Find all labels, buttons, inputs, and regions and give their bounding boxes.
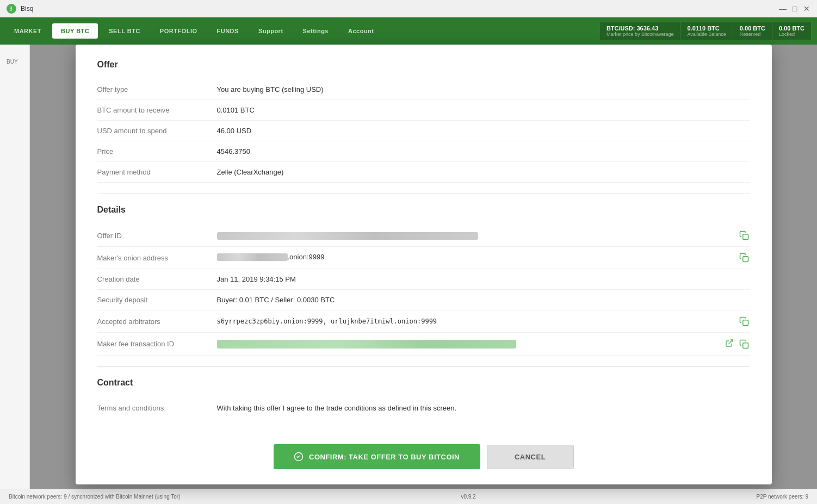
maker-fee-tx-actions (724, 338, 750, 350)
offer-id-label: Offer ID (97, 232, 217, 240)
offer-type-row: Offer type You are buying BTC (selling U… (97, 79, 750, 100)
accepted-arbitrators-label: Accepted arbitrators (97, 318, 217, 326)
title-bar: Bisq — □ ✕ (0, 0, 817, 17)
makers-onion-row: Maker's onion address .onion:9999 (97, 247, 750, 269)
maker-fee-tx-copy-button[interactable] (738, 338, 750, 350)
nav-account[interactable]: Account (339, 23, 383, 39)
nav-stat-locked: 0.00 BTC Locked (772, 22, 812, 40)
nav-funds[interactable]: FUNDS (208, 23, 247, 39)
status-left: Bitcoin network peers: 9 / synchronized … (9, 494, 181, 500)
app-logo (7, 4, 16, 14)
modal-dialog: Offer Offer type You are buying BTC (sel… (76, 45, 772, 484)
payment-method-label: Payment method (97, 168, 217, 176)
section-divider-1 (97, 194, 750, 194)
nav-stat-reserved: 0.00 BTC Reserved (733, 22, 772, 40)
offer-id-blurred (217, 232, 478, 240)
accepted-arbitrators-value: s6yrrpezc3zp6biy.onion:9999, urlujknbe7i… (217, 318, 738, 325)
usd-amount-value: 46.00 USD (217, 127, 750, 135)
modal-overlay: Offer Offer type You are buying BTC (sel… (30, 45, 817, 489)
btc-amount-value: 0.0101 BTC (217, 106, 750, 114)
cancel-button[interactable]: CANCEL (487, 445, 574, 469)
nav-stat-available: 0.0110 BTC Available Balance (680, 22, 733, 40)
svg-rect-5 (742, 343, 748, 348)
details-section-title: Details (97, 205, 750, 215)
status-bar: Bitcoin network peers: 9 / synchronized … (0, 489, 817, 504)
nav-support[interactable]: Support (250, 23, 292, 39)
minimize-button[interactable]: — (779, 5, 787, 13)
content-area: Offer Offer type You are buying BTC (sel… (30, 45, 817, 489)
security-deposit-row: Security deposit Buyer: 0.01 BTC / Selle… (97, 290, 750, 310)
maker-fee-tx-value (217, 339, 724, 349)
modal-body: Offer Offer type You are buying BTC (sel… (76, 45, 772, 433)
confirm-button-label: CONFIRM: TAKE OFFER TO BUY BITCOIN (309, 453, 460, 461)
maker-fee-tx-row: Maker fee transaction ID (97, 333, 750, 356)
nav-stat-price: BTC/USD: 3636.43 Market price by Bitcoin… (600, 22, 681, 40)
makers-onion-value: .onion:9999 (217, 253, 738, 263)
makers-onion-copy-button[interactable] (738, 252, 750, 264)
nav-settings[interactable]: Settings (294, 23, 337, 39)
accepted-arbitrators-actions (738, 315, 750, 327)
section-divider-2 (97, 366, 750, 367)
terms-label: Terms and conditions (97, 404, 217, 412)
offer-section-title: Offer (97, 60, 750, 70)
maker-fee-tx-external-button[interactable] (724, 338, 735, 350)
svg-rect-2 (742, 257, 748, 262)
status-right: P2P network peers: 9 (757, 494, 808, 500)
maker-fee-tx-blurred (217, 340, 516, 349)
onion-suffix: .onion:9999 (288, 253, 325, 261)
status-version: v0.9.2 (461, 494, 475, 500)
creation-date-label: Creation date (97, 275, 217, 283)
maker-fee-tx-label: Maker fee transaction ID (97, 340, 217, 348)
close-button[interactable]: ✕ (803, 5, 810, 13)
security-deposit-label: Security deposit (97, 296, 217, 304)
price-row: Price 4546.3750 (97, 141, 750, 162)
nav-market[interactable]: MARKET (5, 23, 50, 39)
main-area: BUY Offer Offer type You are buying BTC … (0, 45, 817, 489)
offer-id-row: Offer ID (97, 225, 750, 247)
nav-stats: BTC/USD: 3636.43 Market price by Bitcoin… (600, 22, 812, 40)
confirm-icon (294, 452, 304, 462)
svg-point-0 (8, 5, 15, 12)
offer-type-value: You are buying BTC (selling USD) (217, 85, 750, 94)
sidebar: BUY (0, 45, 30, 489)
makers-onion-actions (738, 252, 750, 264)
price-value: 4546.3750 (217, 147, 750, 155)
onion-partial: .onion:9999 (217, 253, 325, 261)
maximize-button[interactable]: □ (791, 5, 799, 13)
btc-amount-row: BTC amount to receive 0.0101 BTC (97, 100, 750, 121)
contract-section-title: Contract (97, 378, 750, 388)
nav-bar: MARKET BUY BTC SELL BTC PORTFOLIO FUNDS … (0, 17, 817, 45)
usd-amount-label: USD amount to spend (97, 127, 217, 135)
price-label: Price (97, 147, 217, 155)
title-bar-left: Bisq (7, 4, 33, 14)
accepted-arbitrators-row: Accepted arbitrators s6yrrpezc3zp6biy.on… (97, 310, 750, 333)
confirm-button[interactable]: CONFIRM: TAKE OFFER TO BUY BITCOIN (274, 444, 480, 469)
makers-onion-label: Maker's onion address (97, 254, 217, 262)
app-title: Bisq (21, 5, 33, 13)
security-deposit-value: Buyer: 0.01 BTC / Seller: 0.0030 BTC (217, 296, 750, 304)
terms-row: Terms and conditions With taking this of… (97, 397, 750, 418)
btc-amount-label: BTC amount to receive (97, 106, 217, 114)
offer-type-label: Offer type (97, 85, 217, 94)
usd-amount-row: USD amount to spend 46.00 USD (97, 121, 750, 141)
onion-blur (217, 253, 288, 261)
sidebar-buy-tab: BUY (4, 57, 25, 67)
nav-sell-btc[interactable]: SELL BTC (100, 23, 149, 39)
payment-method-row: Payment method Zelle (ClearXchange) (97, 162, 750, 183)
nav-buy-btc[interactable]: BUY BTC (52, 23, 98, 39)
creation-date-value: Jan 11, 2019 9:34:15 PM (217, 275, 750, 283)
accepted-arbitrators-copy-button[interactable] (738, 315, 750, 327)
nav-portfolio[interactable]: PORTFOLIO (151, 23, 206, 39)
svg-rect-1 (742, 234, 748, 240)
window-controls[interactable]: — □ ✕ (779, 5, 810, 13)
offer-id-value (217, 231, 738, 240)
terms-value: With taking this offer I agree to the tr… (217, 404, 750, 412)
svg-line-4 (728, 340, 732, 344)
svg-rect-3 (742, 320, 748, 326)
payment-method-value: Zelle (ClearXchange) (217, 168, 750, 176)
modal-footer: CONFIRM: TAKE OFFER TO BUY BITCOIN CANCE… (76, 433, 772, 484)
offer-id-actions (738, 229, 750, 241)
creation-date-row: Creation date Jan 11, 2019 9:34:15 PM (97, 269, 750, 290)
offer-id-copy-button[interactable] (738, 229, 750, 241)
